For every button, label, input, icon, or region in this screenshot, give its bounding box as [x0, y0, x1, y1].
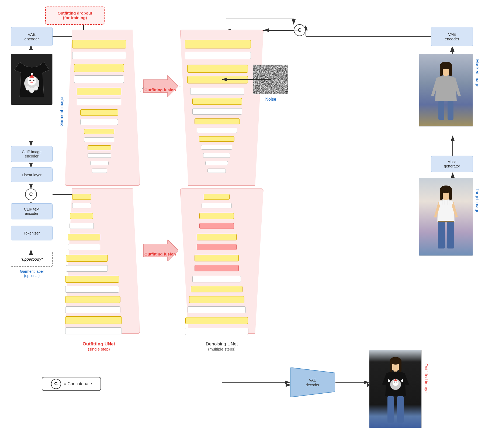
ounet-bot-bar7 — [66, 255, 108, 262]
legend-label: = Concatenate — [64, 382, 92, 386]
svg-marker-55 — [290, 368, 335, 397]
ounet-top-bar12 — [88, 153, 111, 158]
ounet-bot-bar3 — [70, 213, 93, 219]
ounet-top-bar5 — [77, 88, 121, 95]
dunet-top-bar5 — [190, 88, 244, 95]
dunet-bot-bar5 — [197, 234, 237, 240]
dunet-top-bar7 — [192, 108, 242, 115]
garment-image-label: Garment image — [59, 59, 64, 127]
svg-point-67 — [388, 379, 390, 382]
legend-box: C = Concatenate — [42, 377, 101, 391]
concat-circle-top: C — [294, 24, 306, 36]
outfitting-fusion-bottom-arrow — [143, 240, 178, 261]
dunet-top-bar11 — [201, 145, 232, 150]
dunet-top-bar6 — [192, 98, 242, 105]
garment-label-text: Garment label(optional) — [10, 269, 53, 278]
outfitting-fusion-bottom-label: Outfitting fusion — [144, 252, 176, 256]
svg-rect-43 — [448, 101, 453, 120]
dunet-bot-bar12 — [188, 306, 246, 313]
svg-point-31 — [29, 88, 34, 93]
target-image-label: Target image — [475, 188, 480, 253]
ounet-bot-bar14 — [65, 327, 122, 334]
masked-image — [419, 54, 473, 127]
svg-rect-71 — [387, 396, 394, 423]
svg-rect-40 — [449, 65, 452, 76]
dunet-top-bar4 — [187, 76, 248, 83]
dunet-bot-bar4 — [199, 223, 234, 229]
svg-text:decoder: decoder — [306, 383, 320, 387]
svg-rect-50 — [448, 200, 449, 205]
ounet-bot-bar8 — [66, 265, 108, 272]
ounet-bot-bar6 — [68, 244, 100, 250]
ounet-bot-bar12 — [65, 306, 120, 313]
ounet-top-bar2 — [72, 52, 126, 59]
ounet-top-bar7 — [80, 109, 118, 116]
ounet-bot-bar11 — [65, 296, 120, 303]
dunet-top-bar12 — [203, 153, 230, 158]
outfitting-fusion-top-label: Outfitting fusion — [144, 88, 176, 92]
ounet-bot-bar10 — [65, 286, 119, 293]
svg-point-65 — [394, 382, 395, 383]
ounet-top-bar14 — [92, 169, 107, 173]
dunet-top-bar1 — [185, 40, 251, 48]
dunet-bot-bar6 — [197, 244, 237, 250]
svg-rect-46 — [440, 189, 443, 200]
ounet-top-bar13 — [90, 161, 109, 165]
clip-text-encoder: CLIP textencoder — [11, 203, 53, 219]
ounet-top-bar11 — [88, 145, 111, 150]
svg-text:VAE: VAE — [309, 378, 316, 382]
svg-rect-39 — [440, 65, 443, 76]
dunet-top-bar10 — [199, 136, 234, 142]
ounet-bot-bar4 — [70, 223, 94, 229]
svg-point-26 — [30, 82, 33, 83]
dunet-bot-bar10 — [191, 286, 242, 292]
noise-label: Noise — [259, 97, 283, 102]
ounet-bot-bar1 — [72, 194, 91, 200]
svg-point-66 — [396, 382, 397, 383]
svg-rect-47 — [449, 189, 452, 200]
dunet-top-bar8 — [195, 118, 240, 124]
legend-circle-c: C — [51, 379, 61, 389]
ounet-top-bar3 — [74, 64, 124, 72]
dunet-bot-bar1 — [204, 194, 230, 200]
linear-layer: Linear layer — [11, 167, 53, 182]
masked-image-label: Masked image — [475, 59, 480, 118]
svg-rect-52 — [447, 222, 454, 248]
ounet-bot-bar9 — [65, 276, 119, 283]
noise-box — [253, 65, 288, 94]
ounet-bot-bar2 — [72, 203, 91, 208]
dunet-bot-bar7 — [195, 255, 239, 261]
tokenizer: Tokenizer — [11, 226, 53, 240]
dunet-bot-bar8 — [195, 265, 239, 271]
denoising-unet-label: Denoising UNet (multiple steps) — [180, 341, 264, 351]
outfitting-unet-label: Outfitting UNet (single step) — [68, 341, 130, 351]
vae-encoder-right: VAE encoder — [431, 27, 473, 46]
garment-image — [11, 54, 53, 105]
ounet-top-bar10 — [84, 137, 114, 142]
dunet-bot-bar2 — [202, 203, 232, 208]
garment-label-box: "upperbody" — [11, 252, 53, 267]
vae-encoder-left: VAE encoder — [11, 27, 53, 46]
dunet-top-bar3 — [187, 65, 248, 73]
svg-rect-49 — [443, 200, 444, 205]
outfitted-image-label: Outfitted image — [424, 363, 428, 417]
outfitting-dropout-box: Outfitting dropout(for training) — [45, 6, 105, 25]
svg-marker-36 — [143, 240, 178, 261]
dunet-bot-bar9 — [192, 276, 241, 282]
ounet-top-bar4 — [74, 75, 124, 83]
clip-image-encoder: CLIP imageencoder — [11, 146, 53, 162]
diagram-container: VAE encoder CLIP imageencoder Linear lay… — [0, 0, 485, 448]
svg-rect-60 — [390, 361, 392, 372]
svg-rect-72 — [397, 396, 404, 423]
svg-point-34 — [31, 73, 33, 75]
outfitted-image — [369, 350, 422, 428]
svg-rect-42 — [438, 101, 444, 120]
ounet-top-bar6 — [77, 99, 121, 105]
target-image — [419, 178, 473, 256]
dunet-bot-bar14 — [185, 328, 248, 335]
svg-marker-35 — [143, 75, 178, 97]
svg-rect-54 — [438, 221, 454, 222]
svg-rect-61 — [399, 361, 401, 372]
vae-decoder: VAE decoder — [290, 368, 335, 397]
outfitting-fusion-top-arrow — [143, 75, 178, 97]
